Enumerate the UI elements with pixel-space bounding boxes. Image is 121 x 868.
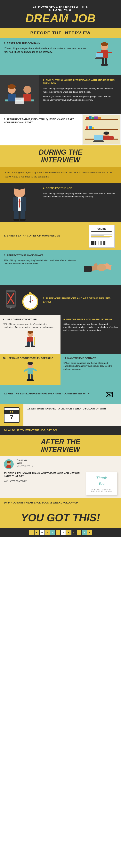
sitting-person-icon bbox=[23, 331, 38, 350]
svg-point-47 bbox=[13, 219, 19, 221]
chat-area: THANK YOU YOU Ex-FANCY PANTS bbox=[4, 459, 117, 469]
svg-rect-26 bbox=[89, 116, 91, 119]
gesturing-person-icon bbox=[23, 362, 38, 381]
cl-l: L bbox=[72, 530, 76, 535]
person-laptop-icon bbox=[93, 42, 116, 71]
cl-v: V bbox=[61, 530, 66, 535]
tip-13-calendar: 7 bbox=[0, 404, 24, 426]
tip-5-block: 5. BRING 2 EXTRA COPIES OF YOUR RESUME r… bbox=[0, 222, 121, 250]
tip-15-area: THANK YOU YOU Ex-FANCY PANTS 15. SEND A … bbox=[0, 456, 121, 498]
svg-point-85 bbox=[29, 379, 34, 381]
svg-rect-5 bbox=[96, 53, 103, 57]
tip-4-label: 4. DRESS FOR THE JOB bbox=[43, 187, 117, 190]
tip-6-label: 6. PERFECT YOUR HANDSHAKE bbox=[4, 254, 78, 257]
header-title-line2: TO LAND YOUR bbox=[4, 8, 117, 11]
svg-rect-76 bbox=[34, 337, 35, 345]
svg-rect-55 bbox=[84, 266, 92, 272]
chat-sender: YOU bbox=[16, 462, 117, 465]
tip-2-text2: Be sure you have a clear idea of how wel… bbox=[43, 95, 117, 101]
sender-name: YOU bbox=[16, 462, 22, 465]
resume-line bbox=[91, 233, 108, 234]
tip-13-block: 7 13. ASK WHEN TO EXPECT A DECISION & WH… bbox=[0, 404, 121, 426]
tip-1-label: 1. RESEARCH THE COMPANY bbox=[4, 42, 89, 45]
before-title: BEFORE THE INTERVIEW bbox=[30, 30, 91, 35]
svg-rect-25 bbox=[86, 117, 89, 119]
svg-rect-20 bbox=[15, 99, 21, 100]
tip-10-block: 10. USE HAND GESTURES WHEN SPEAKING bbox=[0, 354, 61, 385]
resume-line bbox=[91, 239, 106, 239]
resume-title: resume bbox=[91, 227, 112, 230]
tip-1-text-body: 47% of hiring managers have eliminated c… bbox=[4, 47, 89, 54]
svg-point-15 bbox=[24, 86, 31, 94]
phone-off-icon bbox=[4, 289, 17, 311]
tip-11-body: 67% of hiring managers say they've elimi… bbox=[64, 362, 118, 371]
header-title-line1: 16 POWERFUL INTERVIEW TIPS bbox=[4, 5, 117, 8]
svg-rect-74 bbox=[25, 346, 30, 347]
resume-line bbox=[91, 234, 112, 235]
calendar-icon: 7 bbox=[4, 407, 19, 423]
svg-rect-66 bbox=[29, 292, 31, 293]
tip-5-image: resume bbox=[82, 222, 121, 250]
tip-8-body: 33% of hiring managers say they've elimi… bbox=[3, 323, 57, 329]
tip-4-block: 4. DRESS FOR THE JOB 70% of hiring manag… bbox=[0, 183, 121, 222]
svg-point-10 bbox=[104, 64, 108, 66]
tip-6-text: 6. PERFECT YOUR HANDSHAKE 26% of hiring … bbox=[0, 250, 82, 285]
svg-rect-22 bbox=[85, 119, 118, 120]
cl-e3: E bbox=[87, 530, 92, 535]
handshake-icon bbox=[84, 252, 119, 283]
during-banner: DURING THEINTERVIEW bbox=[0, 146, 121, 167]
tips-8-9-row: 8. USE CONFIDENT POSTURE 33% of hiring m… bbox=[0, 315, 121, 354]
resume-line bbox=[91, 238, 110, 238]
tip-4-image bbox=[0, 183, 39, 222]
tip-7-phone-image bbox=[4, 289, 17, 311]
cl-a: A bbox=[45, 530, 50, 535]
svg-rect-45 bbox=[14, 211, 18, 219]
svg-rect-8 bbox=[105, 58, 107, 65]
resume-line bbox=[91, 231, 112, 232]
svg-rect-82 bbox=[28, 374, 30, 380]
svg-point-61 bbox=[10, 307, 12, 309]
tip-7-text: 7. TURN YOUR PHONE OFF AND ARRIVE 5-10 M… bbox=[43, 297, 117, 304]
tip-5-text: 5. BRING 2 EXTRA COPIES OF YOUR RESUME bbox=[0, 222, 82, 250]
svg-point-49 bbox=[14, 184, 25, 190]
tip-11-block: 11. MAINTAIN EYE CONTACT 67% of hiring m… bbox=[61, 354, 121, 385]
tip-6-body: 26% of hiring managers say they've elimi… bbox=[4, 259, 78, 265]
tip-6-block: 6. PERFECT YOUR HANDSHAKE 26% of hiring … bbox=[0, 250, 121, 285]
tip-12-icon: ✉ bbox=[102, 389, 117, 401]
svg-point-52 bbox=[96, 264, 106, 271]
you-got-this-text: YOU GOT THIS! bbox=[2, 512, 119, 523]
header-dream-job: DREAM JOB bbox=[4, 12, 117, 24]
svg-rect-46 bbox=[21, 211, 25, 219]
stopwatch-icon bbox=[22, 289, 39, 311]
svg-rect-29 bbox=[98, 117, 101, 119]
tip-16-block: 16. IF YOU DON'T HEAR BACK SOON (1 WEEK)… bbox=[0, 498, 121, 507]
svg-rect-88 bbox=[6, 465, 11, 468]
tip-5-label: 5. BRING 2 EXTRA COPIES OF YOUR RESUME bbox=[4, 234, 78, 238]
svg-rect-23 bbox=[85, 129, 118, 130]
tip-12-text: 12. GET THE EMAIL ADDRESS FOR EVERYONE Y… bbox=[4, 392, 102, 397]
tip-13-text: 13. ASK WHEN TO EXPECT A DECISION & WHO … bbox=[24, 404, 121, 426]
thank-you-card: ThankYou HANDWRITTEN CARD FOR BONUS POIN… bbox=[86, 472, 117, 495]
cl-i: I bbox=[55, 530, 60, 535]
cl-footer: C R E A T I V E L I V E bbox=[0, 528, 121, 537]
svg-point-17 bbox=[8, 84, 15, 89]
calendar-header bbox=[4, 410, 19, 414]
svg-point-38 bbox=[104, 131, 109, 135]
tip-12-block: 12. GET THE EMAIL ADDRESS FOR EVERYONE Y… bbox=[0, 385, 121, 404]
svg-point-48 bbox=[19, 219, 26, 221]
svg-point-89 bbox=[7, 461, 11, 463]
tip-14-label: 14. ALSO...IF YOU WANT THE JOB, SAY SO! bbox=[4, 429, 117, 432]
tip-13-label: 13. ASK WHEN TO EXPECT A DECISION & WHO … bbox=[27, 407, 117, 410]
tip-15-text: 15. SEND A FOLLOW-UP THANK YOU TO EVERYO… bbox=[4, 472, 82, 483]
resume-line bbox=[91, 235, 104, 236]
resume-line bbox=[91, 236, 112, 237]
cl-e2: E bbox=[66, 530, 71, 535]
tip-12-label: 12. GET THE EMAIL ADDRESS FOR EVERYONE Y… bbox=[4, 392, 102, 395]
resume-visual: resume bbox=[89, 225, 114, 247]
svg-rect-30 bbox=[86, 126, 88, 129]
tip-15-label: 15. SEND A FOLLOW-UP THANK YOU TO EVERYO… bbox=[4, 472, 82, 478]
chat-label: THANK YOU bbox=[16, 459, 117, 461]
svg-rect-7 bbox=[102, 58, 104, 65]
cl-c: C bbox=[29, 530, 34, 535]
svg-point-69 bbox=[30, 301, 31, 303]
